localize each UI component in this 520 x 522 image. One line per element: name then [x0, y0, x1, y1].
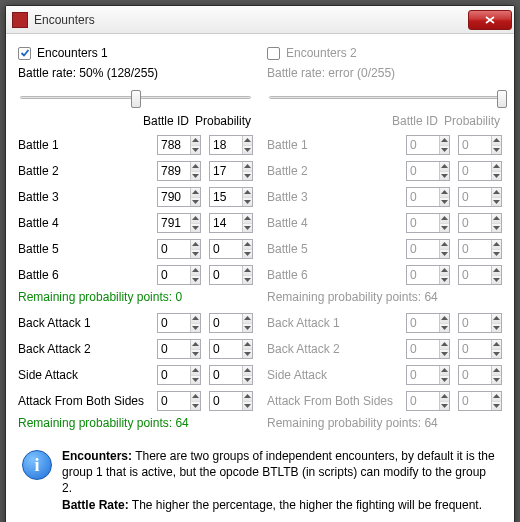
enc2-checkbox[interactable]	[267, 47, 280, 60]
spin-down-icon[interactable]	[243, 402, 252, 411]
spin-up-icon[interactable]	[440, 136, 449, 146]
spin-up-icon[interactable]	[191, 340, 200, 350]
enc1-rate-slider[interactable]	[18, 86, 253, 108]
spin-down-icon[interactable]	[492, 350, 501, 359]
spin-down-icon[interactable]	[440, 324, 449, 333]
attack-id-spinner[interactable]	[157, 313, 201, 333]
spin-down-icon[interactable]	[243, 198, 252, 207]
spin-up-icon[interactable]	[191, 392, 200, 402]
spin-down-icon[interactable]	[243, 350, 252, 359]
attack-prob-spinner-input[interactable]	[210, 314, 242, 332]
spin-up-icon[interactable]	[243, 162, 252, 172]
battle-id-spinner[interactable]	[157, 213, 201, 233]
spin-down-icon[interactable]	[191, 350, 200, 359]
spin-down-icon[interactable]	[191, 376, 200, 385]
spin-up-icon[interactable]	[492, 392, 501, 402]
battle-prob-spinner-input[interactable]	[210, 162, 242, 180]
spin-down-icon[interactable]	[191, 224, 200, 233]
attack-prob-spinner[interactable]	[458, 313, 502, 333]
attack-prob-spinner[interactable]	[209, 365, 253, 385]
attack-id-spinner-input[interactable]	[158, 366, 190, 384]
battle-id-spinner-input[interactable]	[407, 214, 439, 232]
battle-id-spinner-input[interactable]	[158, 136, 190, 154]
battle-id-spinner-input[interactable]	[407, 162, 439, 180]
spin-down-icon[interactable]	[191, 324, 200, 333]
attack-id-spinner-input[interactable]	[407, 314, 439, 332]
spin-up-icon[interactable]	[243, 392, 252, 402]
spin-down-icon[interactable]	[440, 172, 449, 181]
attack-id-spinner-input[interactable]	[407, 366, 439, 384]
spin-down-icon[interactable]	[191, 146, 200, 155]
spin-down-icon[interactable]	[440, 224, 449, 233]
attack-prob-spinner[interactable]	[209, 391, 253, 411]
spin-up-icon[interactable]	[243, 214, 252, 224]
battle-prob-spinner-input[interactable]	[210, 188, 242, 206]
spin-down-icon[interactable]	[492, 376, 501, 385]
spin-down-icon[interactable]	[492, 224, 501, 233]
attack-id-spinner[interactable]	[406, 313, 450, 333]
spin-up-icon[interactable]	[492, 340, 501, 350]
spin-up-icon[interactable]	[243, 266, 252, 276]
battle-prob-spinner[interactable]	[458, 135, 502, 155]
battle-prob-spinner[interactable]	[209, 239, 253, 259]
spin-up-icon[interactable]	[191, 266, 200, 276]
attack-id-spinner-input[interactable]	[158, 340, 190, 358]
battle-prob-spinner[interactable]	[209, 161, 253, 181]
spin-down-icon[interactable]	[492, 146, 501, 155]
spin-down-icon[interactable]	[492, 172, 501, 181]
battle-prob-spinner-input[interactable]	[210, 214, 242, 232]
attack-id-spinner[interactable]	[406, 391, 450, 411]
attack-id-spinner[interactable]	[406, 339, 450, 359]
spin-up-icon[interactable]	[492, 188, 501, 198]
attack-prob-spinner[interactable]	[458, 365, 502, 385]
attack-id-spinner-input[interactable]	[158, 314, 190, 332]
spin-down-icon[interactable]	[492, 402, 501, 411]
spin-up-icon[interactable]	[243, 188, 252, 198]
spin-up-icon[interactable]	[243, 240, 252, 250]
attack-id-spinner[interactable]	[157, 365, 201, 385]
spin-down-icon[interactable]	[492, 198, 501, 207]
spin-up-icon[interactable]	[440, 340, 449, 350]
spin-down-icon[interactable]	[243, 276, 252, 285]
spin-down-icon[interactable]	[492, 250, 501, 259]
attack-id-spinner[interactable]	[157, 339, 201, 359]
spin-down-icon[interactable]	[440, 402, 449, 411]
battle-id-spinner-input[interactable]	[407, 136, 439, 154]
attack-prob-spinner-input[interactable]	[459, 366, 491, 384]
spin-up-icon[interactable]	[243, 340, 252, 350]
attack-id-spinner[interactable]	[157, 391, 201, 411]
spin-up-icon[interactable]	[191, 314, 200, 324]
battle-id-spinner[interactable]	[157, 239, 201, 259]
battle-id-spinner[interactable]	[406, 161, 450, 181]
battle-id-spinner-input[interactable]	[158, 240, 190, 258]
spin-down-icon[interactable]	[440, 350, 449, 359]
spin-up-icon[interactable]	[492, 314, 501, 324]
spin-up-icon[interactable]	[440, 266, 449, 276]
battle-id-spinner[interactable]	[406, 239, 450, 259]
spin-down-icon[interactable]	[191, 276, 200, 285]
enc1-checkbox[interactable]	[18, 47, 31, 60]
spin-up-icon[interactable]	[440, 392, 449, 402]
battle-id-spinner[interactable]	[157, 161, 201, 181]
spin-up-icon[interactable]	[492, 214, 501, 224]
spin-down-icon[interactable]	[440, 198, 449, 207]
spin-up-icon[interactable]	[191, 214, 200, 224]
spin-up-icon[interactable]	[191, 366, 200, 376]
attack-prob-spinner[interactable]	[209, 313, 253, 333]
spin-up-icon[interactable]	[492, 136, 501, 146]
spin-up-icon[interactable]	[440, 366, 449, 376]
spin-up-icon[interactable]	[492, 162, 501, 172]
battle-prob-spinner[interactable]	[458, 265, 502, 285]
attack-prob-spinner-input[interactable]	[459, 392, 491, 410]
slider-thumb[interactable]	[131, 90, 141, 108]
battle-id-spinner-input[interactable]	[158, 188, 190, 206]
spin-up-icon[interactable]	[492, 366, 501, 376]
spin-up-icon[interactable]	[440, 188, 449, 198]
attack-prob-spinner[interactable]	[209, 339, 253, 359]
slider-thumb[interactable]	[497, 90, 507, 108]
battle-id-spinner[interactable]	[406, 265, 450, 285]
spin-down-icon[interactable]	[440, 376, 449, 385]
battle-prob-spinner[interactable]	[458, 213, 502, 233]
spin-down-icon[interactable]	[440, 146, 449, 155]
battle-prob-spinner-input[interactable]	[459, 266, 491, 284]
